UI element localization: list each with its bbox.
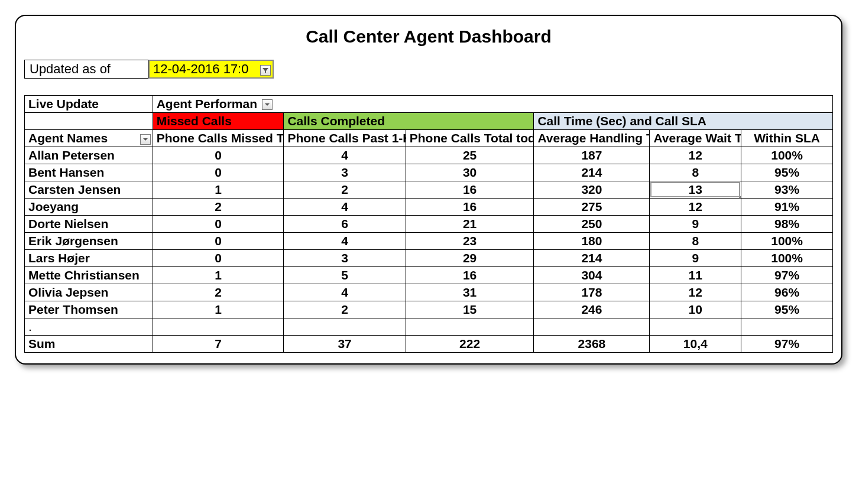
cell-awt[interactable]: 8 <box>650 164 741 181</box>
table-row: Erik Jørgensen04231808100% <box>25 233 833 250</box>
cell-missed[interactable]: 1 <box>153 267 284 284</box>
sum-awt: 10,4 <box>650 336 741 353</box>
agent-name[interactable]: Olivia Jepsen <box>25 284 153 301</box>
cell-missed[interactable]: 0 <box>153 216 284 233</box>
table-row: Peter Thomsen12152461095% <box>25 301 833 318</box>
table-row: Bent Hansen0330214895% <box>25 164 833 181</box>
agent-name[interactable]: Erik Jørgensen <box>25 233 153 250</box>
table-row: Joeyang24162751291% <box>25 199 833 216</box>
agent-name[interactable]: Bent Hansen <box>25 164 153 181</box>
sum-label: Sum <box>25 336 153 353</box>
cell-missed[interactable]: 0 <box>153 250 284 267</box>
col-awt: Average Wait Time <box>650 130 741 147</box>
cell-aht[interactable]: 320 <box>534 181 650 199</box>
agent-name[interactable]: Carsten Jensen <box>25 181 153 199</box>
cell-missed[interactable]: 2 <box>153 199 284 216</box>
table-row: Lars Højer03292149100% <box>25 250 833 267</box>
cell-awt[interactable]: 12 <box>650 147 741 164</box>
blank-header <box>25 113 153 130</box>
cell-missed[interactable]: 2 <box>153 284 284 301</box>
cell-missed[interactable]: 0 <box>153 147 284 164</box>
page-title: Call Center Agent Dashboard <box>24 27 833 47</box>
cell-hour[interactable]: 3 <box>284 164 406 181</box>
agent-names-header[interactable]: Agent Names <box>25 130 153 147</box>
cell-sla[interactable]: 100% <box>741 233 833 250</box>
cell-awt[interactable]: 10 <box>650 301 741 318</box>
cell-sla[interactable]: 97% <box>741 267 833 284</box>
col-total-today: Phone Calls Total today <box>406 130 534 147</box>
agent-name[interactable]: Dorte Nielsen <box>25 216 153 233</box>
dropdown-icon[interactable] <box>262 99 273 110</box>
cell-total[interactable]: 16 <box>406 181 534 199</box>
updated-value-cell[interactable]: 12-04-2016 17:0 <box>148 60 274 79</box>
sum-missed: 7 <box>153 336 284 353</box>
cell-total[interactable]: 29 <box>406 250 534 267</box>
cell-awt[interactable]: 8 <box>650 233 741 250</box>
agent-name[interactable]: Mette Christiansen <box>25 267 153 284</box>
cell-awt[interactable]: 12 <box>650 284 741 301</box>
updated-value: 12-04-2016 17:0 <box>153 61 248 77</box>
cell-total[interactable]: 21 <box>406 216 534 233</box>
cell-sla[interactable]: 100% <box>741 147 833 164</box>
cell-aht[interactable]: 214 <box>534 164 650 181</box>
cell-aht[interactable]: 275 <box>534 199 650 216</box>
cell-missed[interactable]: 1 <box>153 181 284 199</box>
dropdown-icon[interactable] <box>140 134 151 145</box>
cell-aht[interactable]: 250 <box>534 216 650 233</box>
cell-sla[interactable]: 96% <box>741 284 833 301</box>
cell-total[interactable]: 16 <box>406 199 534 216</box>
updated-row: Updated as of 12-04-2016 17:0 <box>24 60 833 79</box>
cell-sla[interactable]: 95% <box>741 164 833 181</box>
cell-hour[interactable]: 4 <box>284 199 406 216</box>
cell-missed[interactable]: 0 <box>153 233 284 250</box>
agent-name[interactable]: Joeyang <box>25 199 153 216</box>
band-calls-completed: Calls Completed <box>284 113 534 130</box>
cell-aht[interactable]: 180 <box>534 233 650 250</box>
cell-awt[interactable]: 12 <box>650 199 741 216</box>
table-row: Mette Christiansen15163041197% <box>25 267 833 284</box>
cell-awt[interactable]: 11 <box>650 267 741 284</box>
cell-sla[interactable]: 93% <box>741 181 833 199</box>
cell-aht[interactable]: 187 <box>534 147 650 164</box>
col-aht: Average Handling Time <box>534 130 650 147</box>
cell-missed[interactable]: 0 <box>153 164 284 181</box>
cell-missed[interactable]: 1 <box>153 301 284 318</box>
cell-awt[interactable]: 13 <box>650 181 741 199</box>
table-row: Dorte Nielsen0621250998% <box>25 216 833 233</box>
cell-hour[interactable]: 6 <box>284 216 406 233</box>
cell-sla[interactable]: 100% <box>741 250 833 267</box>
cell-awt[interactable]: 9 <box>650 216 741 233</box>
table-row: Allan Petersen042518712100% <box>25 147 833 164</box>
cell-total[interactable]: 30 <box>406 164 534 181</box>
sum-sla: 97% <box>741 336 833 353</box>
cell-hour[interactable]: 2 <box>284 181 406 199</box>
cell-sla[interactable]: 91% <box>741 199 833 216</box>
cell-aht[interactable]: 246 <box>534 301 650 318</box>
cell-aht[interactable]: 178 <box>534 284 650 301</box>
cell-aht[interactable]: 304 <box>534 267 650 284</box>
cell-hour[interactable]: 3 <box>284 250 406 267</box>
col-past-hour: Phone Calls Past 1-Hour <box>284 130 406 147</box>
sum-total: 222 <box>406 336 534 353</box>
agent-table: Live Update Agent Performan Missed Calls… <box>24 95 833 353</box>
cell-hour[interactable]: 4 <box>284 233 406 250</box>
cell-awt[interactable]: 9 <box>650 250 741 267</box>
cell-total[interactable]: 25 <box>406 147 534 164</box>
agent-name[interactable]: Allan Petersen <box>25 147 153 164</box>
filter-icon[interactable] <box>260 65 271 76</box>
cell-sla[interactable]: 95% <box>741 301 833 318</box>
col-missed-today: Phone Calls Missed Today <box>153 130 284 147</box>
cell-hour[interactable]: 5 <box>284 267 406 284</box>
cell-sla[interactable]: 98% <box>741 216 833 233</box>
cell-total[interactable]: 16 <box>406 267 534 284</box>
cell-hour[interactable]: 2 <box>284 301 406 318</box>
cell-total[interactable]: 31 <box>406 284 534 301</box>
cell-hour[interactable]: 4 <box>284 284 406 301</box>
cell-hour[interactable]: 4 <box>284 147 406 164</box>
agent-name[interactable]: Lars Højer <box>25 250 153 267</box>
agent-name[interactable]: Peter Thomsen <box>25 301 153 318</box>
cell-total[interactable]: 15 <box>406 301 534 318</box>
agent-performance-header[interactable]: Agent Performan <box>153 96 832 113</box>
cell-aht[interactable]: 214 <box>534 250 650 267</box>
cell-total[interactable]: 23 <box>406 233 534 250</box>
